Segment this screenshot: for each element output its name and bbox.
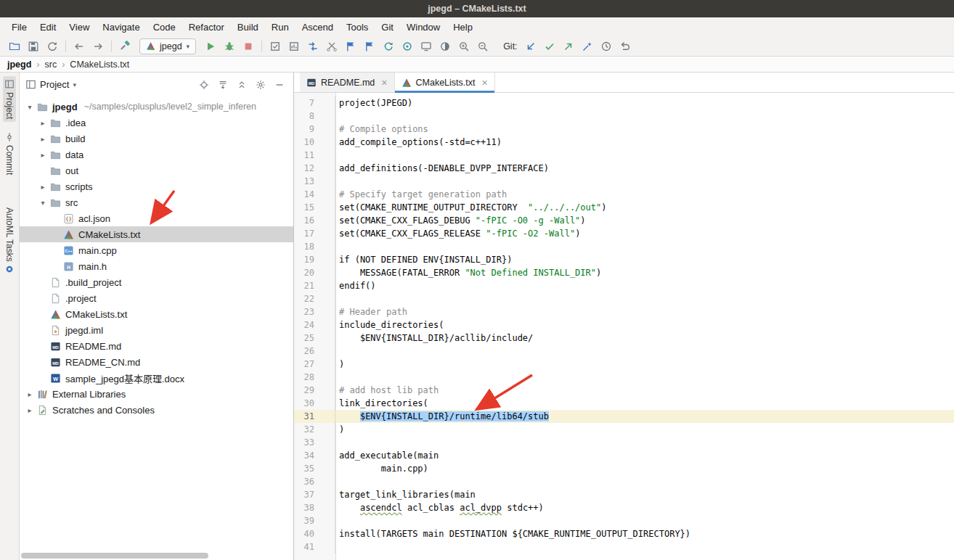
tree-item-sample-jpegd-docx[interactable]: Wsample_jpegd基本原理.docx xyxy=(20,370,293,386)
tree-item-build[interactable]: ▸build xyxy=(20,131,293,147)
tree-item-out[interactable]: out xyxy=(20,162,293,178)
line-number: 40 xyxy=(294,527,335,540)
tree-item-jpegd-iml[interactable]: jpegd.iml xyxy=(20,322,293,338)
tree-item-main-h[interactable]: Hmain.h xyxy=(20,258,293,274)
editor-tab-readme-md[interactable]: MDREADME.md× xyxy=(300,73,395,92)
debug-icon[interactable] xyxy=(221,38,238,55)
tree-item-external-libraries[interactable]: ▸External Libraries xyxy=(20,386,293,402)
window-titlebar: jpegd – CMakeLists.txt xyxy=(0,0,954,17)
close-tab-icon[interactable]: × xyxy=(381,78,387,88)
menu-item-file[interactable]: File xyxy=(6,20,33,35)
horizontal-scrollbar-thumb[interactable] xyxy=(21,553,208,559)
breadcrumb-item-jpegd[interactable]: jpegd xyxy=(7,59,31,70)
tree-item-cmakelists-txt[interactable]: CMakeLists.txt xyxy=(20,226,293,242)
line-number: 12 xyxy=(294,162,335,175)
run-icon[interactable] xyxy=(202,38,219,55)
rollback-icon[interactable] xyxy=(616,38,634,55)
chevron-down-icon[interactable]: ▾ xyxy=(73,81,76,88)
chevron-down-icon[interactable]: ▾ xyxy=(37,199,49,207)
tree-item-scratches-and-consoles[interactable]: ▸Scratches and Consoles xyxy=(20,402,293,418)
menu-item-git[interactable]: Git xyxy=(375,20,399,35)
chevron-down-icon[interactable]: ▾ xyxy=(24,103,36,111)
collapse-all-icon[interactable] xyxy=(234,77,250,93)
history-icon[interactable] xyxy=(598,38,615,55)
menu-item-navigate[interactable]: Navigate xyxy=(97,20,145,35)
open-folder-icon[interactable] xyxy=(6,38,23,55)
code-editor[interactable]: 7project(JPEGD)89# Compile options10add_… xyxy=(294,93,954,560)
tree-item-scripts[interactable]: ▸scripts xyxy=(20,178,293,194)
breadcrumb-item-cmakelists-txt[interactable]: CMakeLists.txt xyxy=(70,59,129,70)
code-line-8: 8 xyxy=(294,110,954,123)
tool-window-button-project[interactable]: Project xyxy=(3,76,16,122)
cycle-icon[interactable] xyxy=(380,38,397,55)
scroll-from-source-icon[interactable] xyxy=(215,77,231,93)
synchronize-icon[interactable] xyxy=(44,38,61,55)
stop-icon[interactable] xyxy=(240,38,257,55)
target-circle-icon[interactable] xyxy=(399,38,416,55)
chevron-right-icon[interactable]: ▸ xyxy=(37,151,49,159)
tree-item-jpegd[interactable]: ▾jpegd~/samples/cplusplus/level2_simple_… xyxy=(20,99,293,115)
tree-item-cmakelists-txt[interactable]: CMakeLists.txt xyxy=(20,306,293,322)
model-converter-icon[interactable] xyxy=(304,38,322,55)
tool-window-button-automl-tasks[interactable]: AutoML Tasks xyxy=(3,205,16,278)
run-config-selector[interactable]: jpegd▾ xyxy=(139,38,196,54)
editor-tab-cmakelists-txt[interactable]: CMakeLists.txt× xyxy=(395,73,495,92)
tree-item-src[interactable]: ▾src xyxy=(20,194,293,210)
menu-item-refactor[interactable]: Refactor xyxy=(183,20,230,35)
coverage-icon[interactable] xyxy=(266,38,284,55)
build-icon[interactable] xyxy=(116,38,134,55)
chevron-right-icon[interactable]: ▸ xyxy=(24,390,36,398)
tree-item-main-cpp[interactable]: C++main.cpp xyxy=(20,242,293,258)
line-number: 41 xyxy=(294,540,335,553)
hide-panel-icon[interactable] xyxy=(272,77,288,93)
flag-icon-2[interactable] xyxy=(361,38,378,55)
line-number: 14 xyxy=(294,188,335,201)
chevron-right-icon[interactable]: ▸ xyxy=(37,119,49,127)
menu-item-code[interactable]: Code xyxy=(147,20,182,35)
profiler-box-icon[interactable] xyxy=(285,38,303,55)
project-pane-title[interactable]: Project xyxy=(40,79,69,90)
push-icon[interactable] xyxy=(560,38,577,55)
tree-item-project[interactable]: .project xyxy=(20,290,293,306)
save-all-icon[interactable] xyxy=(25,38,42,55)
menu-item-edit[interactable]: Edit xyxy=(34,20,62,35)
zoom-in-icon[interactable] xyxy=(455,38,473,55)
tree-item-readme-md[interactable]: MDREADME.md xyxy=(20,338,293,354)
profiler-icon[interactable] xyxy=(436,38,454,55)
tree-item-readme-cn-md[interactable]: MDREADME_CN.md xyxy=(20,354,293,370)
tree-item-data[interactable]: ▸data xyxy=(20,147,293,162)
tree-item-acl-json[interactable]: {}acl.json xyxy=(20,210,293,226)
menu-item-tools[interactable]: Tools xyxy=(341,20,374,35)
zoom-out-icon[interactable] xyxy=(474,38,492,55)
line-number: 29 xyxy=(294,384,335,397)
back-icon[interactable] xyxy=(70,38,88,55)
magic-resolve-icon[interactable] xyxy=(579,38,596,55)
menu-item-build[interactable]: Build xyxy=(232,20,264,35)
close-tab-icon[interactable]: × xyxy=(481,78,487,88)
menu-item-help[interactable]: Help xyxy=(447,20,478,35)
tree-item-idea[interactable]: ▸.idea xyxy=(20,115,293,131)
locate-file-icon[interactable] xyxy=(196,77,212,93)
flag-icon-1[interactable] xyxy=(342,38,359,55)
tree-item-build-project[interactable]: .build_project xyxy=(20,274,293,290)
chevron-right-icon[interactable]: ▸ xyxy=(37,135,49,143)
tool-window-button-commit[interactable]: Commit xyxy=(3,129,16,178)
menu-item-ascend[interactable]: Ascend xyxy=(296,20,339,35)
forward-icon[interactable] xyxy=(89,38,107,55)
settings-gear-icon[interactable] xyxy=(253,77,269,93)
project-tree: ▾jpegd~/samples/cplusplus/level2_simple_… xyxy=(20,96,293,560)
chevron-right-icon[interactable]: ▸ xyxy=(37,183,49,191)
menu-item-window[interactable]: Window xyxy=(401,20,446,35)
update-project-icon[interactable] xyxy=(522,38,539,55)
code-text xyxy=(335,514,954,527)
menu-item-run[interactable]: Run xyxy=(266,20,295,35)
cut-icon[interactable] xyxy=(323,38,341,55)
svg-text:{}: {} xyxy=(65,215,71,222)
code-text: include_directories( xyxy=(335,318,954,332)
line-number: 17 xyxy=(294,227,335,240)
breadcrumb-item-src[interactable]: src xyxy=(45,59,57,70)
chevron-right-icon[interactable]: ▸ xyxy=(24,406,36,414)
commit-icon[interactable] xyxy=(541,38,558,55)
menu-item-view[interactable]: View xyxy=(63,20,95,35)
monitor-icon[interactable] xyxy=(417,38,435,55)
